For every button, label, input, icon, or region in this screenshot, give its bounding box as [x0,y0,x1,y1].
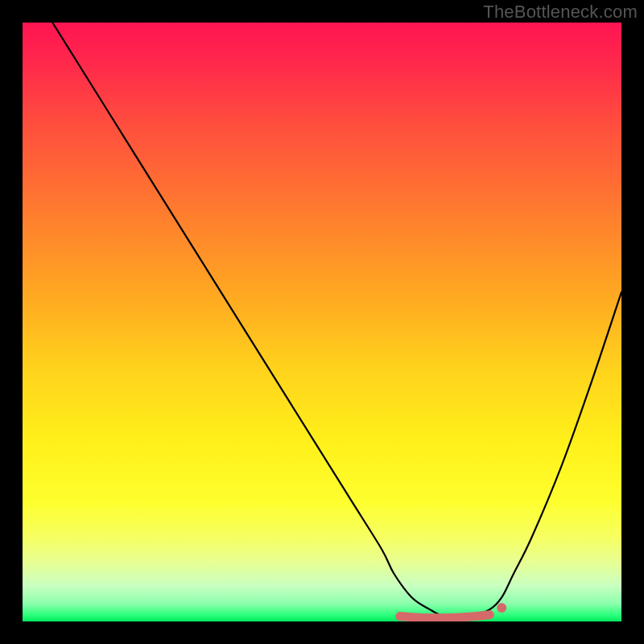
curve-svg [23,23,621,621]
watermark-text: TheBottleneck.com [483,2,638,23]
plot-area [23,23,621,621]
optimal-zone-dot [497,603,506,613]
optimal-zone-band [400,615,490,618]
chart-frame: TheBottleneck.com [0,0,644,644]
bottleneck-curve [52,23,621,616]
